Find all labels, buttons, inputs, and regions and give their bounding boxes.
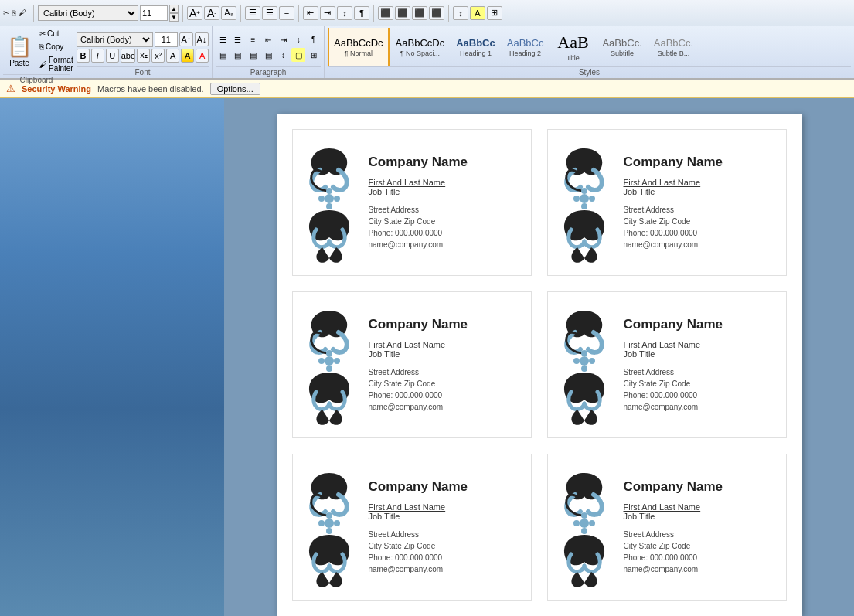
- card-company-name: Company Name: [369, 155, 525, 170]
- card-job-title: Job Title: [624, 512, 780, 521]
- bullets-button[interactable]: ☰: [245, 6, 260, 20]
- shading-button[interactable]: A: [470, 6, 485, 20]
- style-normal-preview: AaBbCcDc: [334, 37, 383, 49]
- sort-btn[interactable]: ↕: [291, 32, 306, 46]
- options-button[interactable]: Options...: [210, 83, 260, 95]
- font-color-button[interactable]: A: [196, 49, 209, 63]
- style-title-label: Title: [566, 54, 580, 62]
- shrink-font-btn[interactable]: A↓: [195, 32, 209, 46]
- bold-button[interactable]: B: [77, 49, 90, 63]
- font-family-select-2[interactable]: Calibri (Body): [77, 32, 153, 47]
- multilevel-list-button[interactable]: ≡: [279, 6, 294, 20]
- paste-button[interactable]: 📋 Paste: [3, 34, 36, 68]
- style-subtitle-preview: AaBbCc.: [602, 37, 641, 49]
- svg-point-17: [589, 358, 595, 364]
- text-highlight-button[interactable]: A: [181, 49, 194, 63]
- sep6: [448, 5, 449, 22]
- style-subtle-b[interactable]: AaBbCc. Subtle B...: [648, 28, 699, 66]
- svg-point-11: [318, 358, 325, 364]
- business-cards-grid: Company Name First And Last Name Job Tit…: [292, 129, 787, 601]
- card-phone: Phone: 000.000.0000: [624, 229, 698, 237]
- font-size-increase[interactable]: ▲: [169, 5, 179, 13]
- svg-point-2: [334, 196, 340, 202]
- bullets-btn[interactable]: ☰: [216, 32, 230, 46]
- card-job-title: Job Title: [369, 349, 525, 359]
- font-size-input-2[interactable]: [155, 32, 178, 47]
- underline-button[interactable]: U: [106, 49, 119, 63]
- card-info: Company Name First And Last Name Job Tit…: [369, 317, 525, 413]
- dec-indent-btn[interactable]: ⇤: [261, 32, 276, 46]
- shading-btn[interactable]: ▢: [291, 48, 306, 62]
- style-no-spacing-label: ¶ No Spaci...: [400, 49, 440, 57]
- svg-point-26: [573, 520, 580, 526]
- svg-point-12: [334, 358, 340, 364]
- business-card: Company Name First And Last Name Job Tit…: [292, 129, 532, 276]
- grow-font-btn[interactable]: A↑: [179, 32, 193, 46]
- show-para-btn[interactable]: ¶: [306, 32, 321, 46]
- align-left-button[interactable]: ⬛: [378, 6, 393, 20]
- svg-point-3: [326, 188, 332, 194]
- card-company-name: Company Name: [624, 317, 780, 332]
- align-center-btn[interactable]: ▤: [231, 48, 246, 62]
- strikethrough-button[interactable]: abc: [121, 49, 136, 63]
- multilevel-btn[interactable]: ≡: [246, 32, 260, 46]
- style-heading1[interactable]: AaBbCc Heading 1: [451, 28, 501, 66]
- grow-font-button[interactable]: A+: [187, 6, 202, 20]
- font-size-input[interactable]: [140, 5, 168, 21]
- decrease-indent-button[interactable]: ⇤: [303, 6, 318, 20]
- subscript-button[interactable]: x₂: [137, 49, 150, 63]
- numbering-button[interactable]: ☰: [262, 6, 277, 20]
- format-painter-button[interactable]: 🖌 Format Painter: [37, 54, 76, 74]
- style-title[interactable]: AaB Title: [549, 28, 596, 66]
- copy-button[interactable]: ⎘ Copy: [37, 41, 76, 53]
- separator: [33, 5, 34, 22]
- align-right-button[interactable]: ⬛: [412, 6, 427, 20]
- svg-point-24: [326, 528, 332, 534]
- shrink-font-button[interactable]: A-: [204, 6, 219, 20]
- style-title-preview: AaB: [557, 32, 588, 53]
- svg-point-18: [581, 350, 587, 356]
- card-job-title: Job Title: [624, 187, 780, 196]
- increase-indent-button[interactable]: ⇥: [320, 6, 335, 20]
- document-area: Company Name First And Last Name Job Tit…: [224, 98, 854, 616]
- svg-point-21: [318, 520, 325, 526]
- card-logo: [299, 303, 361, 427]
- card-company-name: Company Name: [624, 155, 780, 170]
- numbering-btn[interactable]: ☰: [231, 32, 246, 46]
- font-family-select[interactable]: Calibri (Body): [38, 5, 138, 21]
- card-job-title: Job Title: [369, 187, 525, 196]
- change-case-button[interactable]: Aₐ: [221, 6, 236, 20]
- card-logo: [554, 465, 616, 589]
- sort-button[interactable]: ↕: [337, 6, 352, 20]
- font-size-decrease[interactable]: ▼: [169, 13, 179, 22]
- show-formatting-button[interactable]: ¶: [354, 6, 369, 20]
- card-email: name@company.com: [369, 403, 444, 411]
- svg-point-4: [326, 203, 332, 209]
- borders-button[interactable]: ⊞: [487, 6, 502, 20]
- left-panel: [0, 98, 224, 616]
- superscript-button[interactable]: x²: [151, 49, 165, 63]
- align-left-btn[interactable]: ▤: [216, 48, 230, 62]
- style-normal[interactable]: AaBbCcDc ¶ Normal: [328, 28, 390, 66]
- style-subtitle[interactable]: AaBbCc. Subtitle: [597, 28, 647, 66]
- paragraph-section: ☰ ☰ ≡ ⇤ ⇥ ↕ ¶ ▤ ▤ ▤ ▤ ↕ ▢ ⊞ Pa: [213, 26, 325, 78]
- quick-access-icon: ✂: [3, 9, 9, 17]
- justify-button[interactable]: ⬛: [429, 6, 444, 20]
- business-card: Company Name First And Last Name Job Tit…: [547, 291, 787, 438]
- svg-point-19: [581, 366, 587, 372]
- italic-button[interactable]: I: [91, 49, 104, 63]
- line-spacing-btn[interactable]: ↕: [276, 48, 291, 62]
- cut-button[interactable]: ✂ Cut: [37, 28, 76, 39]
- justify-btn[interactable]: ▤: [261, 48, 276, 62]
- align-center-button[interactable]: ⬛: [395, 6, 410, 20]
- style-heading2[interactable]: AaBbCc Heading 2: [502, 28, 549, 66]
- svg-point-5: [580, 194, 589, 203]
- inc-indent-btn[interactable]: ⇥: [276, 32, 291, 46]
- align-right-btn[interactable]: ▤: [246, 48, 260, 62]
- text-effects-button[interactable]: A: [166, 49, 179, 63]
- line-spacing-button[interactable]: ↕: [453, 6, 468, 20]
- card-address: Street Address City State Zip Code Phone…: [369, 366, 525, 413]
- style-no-spacing[interactable]: AaBbCcDc ¶ No Spaci...: [390, 28, 451, 66]
- card-email: name@company.com: [624, 403, 699, 411]
- border-btn[interactable]: ⊞: [306, 48, 321, 62]
